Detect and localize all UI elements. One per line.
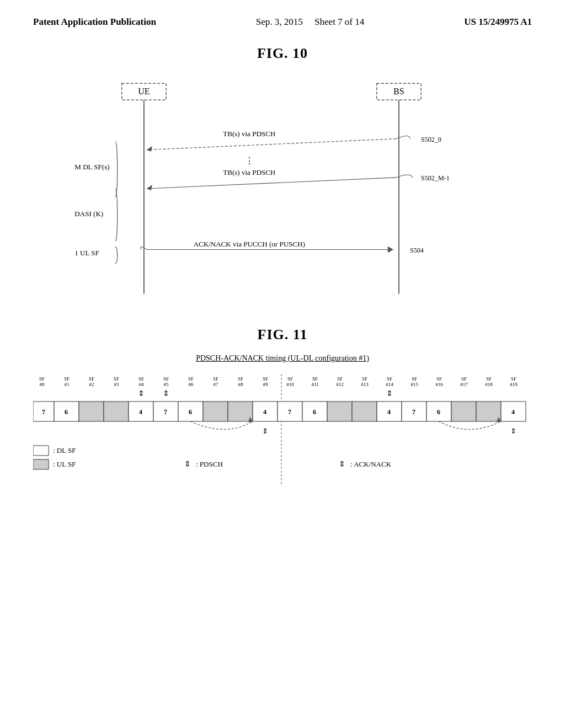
svg-text:: UL SF: : UL SF	[53, 460, 76, 468]
svg-text:#2: #2	[89, 382, 94, 387]
svg-text:7: 7	[412, 408, 415, 416]
svg-text:#17: #17	[460, 382, 468, 387]
svg-text:SF: SF	[39, 376, 45, 382]
publication-title: Patent Application Publication	[33, 15, 156, 29]
svg-text:#11: #11	[311, 382, 318, 387]
svg-text:#1: #1	[65, 382, 70, 387]
svg-text:SF: SF	[511, 376, 516, 382]
svg-text:: DL SF: : DL SF	[53, 446, 76, 454]
svg-rect-79	[228, 402, 253, 421]
svg-text:S502_M-1: S502_M-1	[421, 174, 450, 182]
svg-text:7: 7	[288, 408, 291, 416]
svg-text:#3: #3	[114, 382, 120, 387]
svg-text:#16: #16	[435, 382, 443, 387]
svg-marker-19	[388, 246, 393, 253]
svg-text:#15: #15	[411, 382, 418, 387]
svg-line-6	[147, 138, 396, 149]
svg-text:#13: #13	[361, 382, 369, 387]
svg-rect-102	[33, 446, 49, 456]
svg-text:SF: SF	[461, 376, 467, 382]
svg-text:SF: SF	[163, 376, 169, 382]
svg-text:4: 4	[511, 408, 515, 416]
fig11-svg: SF #0 SF #1 SF #2 SF #3 SF #4 SF #5 SF #…	[33, 374, 530, 484]
svg-text:6: 6	[313, 408, 316, 416]
svg-text:SF: SF	[436, 376, 442, 382]
svg-text:⇕: ⇕	[138, 389, 145, 398]
svg-text:: PDSCH: : PDSCH	[196, 460, 223, 468]
svg-text:#18: #18	[485, 382, 493, 387]
svg-text:SF: SF	[188, 376, 194, 382]
svg-text:1 UL SF: 1 UL SF	[74, 248, 99, 256]
fig10-title: FIG. 10	[33, 45, 532, 62]
svg-rect-86	[327, 402, 352, 421]
svg-text:SF: SF	[287, 376, 293, 382]
svg-text:6: 6	[65, 408, 68, 416]
main-content: FIG. 10 UE BS TB(s) via PDSCH S502_0 ⋮	[0, 29, 565, 486]
svg-text:S502_0: S502_0	[421, 135, 441, 143]
svg-text:#4: #4	[139, 382, 145, 387]
svg-text:#6: #6	[189, 382, 194, 387]
svg-text:M DL SF(s): M DL SF(s)	[74, 163, 109, 171]
svg-text:SF: SF	[89, 376, 94, 382]
svg-text:SF: SF	[387, 376, 392, 382]
publication-date: Sep. 3, 2015	[256, 17, 303, 27]
svg-text:⇕: ⇕	[510, 427, 516, 435]
svg-text:#5: #5	[164, 382, 169, 387]
fig11-subtitle: PDSCH-ACK/NACK timing (UL-DL configurati…	[33, 354, 532, 363]
svg-text:TB(s) via PDSCH: TB(s) via PDSCH	[223, 168, 276, 176]
svg-rect-104	[33, 459, 49, 469]
svg-text:SF: SF	[238, 376, 243, 382]
svg-marker-12	[147, 185, 152, 190]
sheet-info: Sheet 7 of 14	[315, 17, 364, 27]
svg-rect-95	[476, 402, 501, 421]
svg-text:#7: #7	[214, 382, 219, 387]
svg-rect-87	[352, 402, 377, 421]
svg-text:#14: #14	[386, 382, 393, 387]
svg-text:SF: SF	[114, 376, 119, 382]
svg-text:⇕: ⇕	[184, 460, 191, 468]
svg-text:4: 4	[139, 408, 142, 416]
svg-text:⋮: ⋮	[245, 156, 254, 165]
svg-marker-7	[147, 146, 152, 151]
svg-text:SF: SF	[337, 376, 343, 382]
svg-text:#10: #10	[286, 382, 294, 387]
svg-rect-71	[104, 402, 129, 421]
svg-text:#12: #12	[336, 382, 344, 387]
fig10-svg: UE BS TB(s) via PDSCH S502_0 ⋮ TB(s) via…	[33, 73, 532, 304]
svg-text:SF: SF	[213, 376, 218, 382]
fig10-diagram: UE BS TB(s) via PDSCH S502_0 ⋮ TB(s) via…	[33, 73, 532, 304]
svg-text:#8: #8	[238, 382, 244, 387]
svg-text:SF: SF	[64, 376, 70, 382]
svg-text:S504: S504	[410, 246, 424, 254]
svg-text:SF: SF	[138, 376, 144, 382]
svg-text:6: 6	[189, 408, 192, 416]
svg-rect-94	[451, 402, 476, 421]
svg-text:BS: BS	[393, 87, 404, 96]
svg-text:#19: #19	[510, 382, 518, 387]
svg-text:SF: SF	[412, 376, 417, 382]
svg-text:#0: #0	[40, 382, 45, 387]
svg-text:SF: SF	[263, 376, 268, 382]
svg-text:4: 4	[263, 408, 266, 416]
svg-text:6: 6	[437, 408, 440, 416]
svg-text:⇕: ⇕	[386, 389, 393, 398]
svg-text:SF: SF	[486, 376, 492, 382]
svg-text:7: 7	[164, 408, 167, 416]
svg-text:#9: #9	[263, 382, 269, 387]
svg-text:7: 7	[42, 408, 45, 416]
svg-text:ACK/NACK via PUCCH (or PUSCH): ACK/NACK via PUCCH (or PUSCH)	[194, 240, 305, 248]
svg-text:DASI (K): DASI (K)	[74, 210, 103, 218]
svg-text:⇕: ⇕	[339, 460, 345, 468]
header-center: Sep. 3, 2015 Sheet 7 of 14	[256, 15, 364, 29]
svg-text:UE: UE	[138, 87, 150, 96]
page-header: Patent Application Publication Sep. 3, 2…	[0, 0, 565, 29]
fig11-title: FIG. 11	[33, 326, 532, 343]
svg-text:⇕: ⇕	[163, 389, 169, 398]
svg-text:⇕: ⇕	[262, 427, 268, 435]
svg-rect-78	[203, 402, 228, 421]
fig11-diagram: SF #0 SF #1 SF #2 SF #3 SF #4 SF #5 SF #…	[33, 374, 532, 486]
svg-rect-70	[79, 402, 104, 421]
svg-text:: ACK/NACK: : ACK/NACK	[350, 460, 392, 468]
svg-text:4: 4	[387, 408, 391, 416]
patent-number: US 15/249975 A1	[464, 15, 532, 29]
